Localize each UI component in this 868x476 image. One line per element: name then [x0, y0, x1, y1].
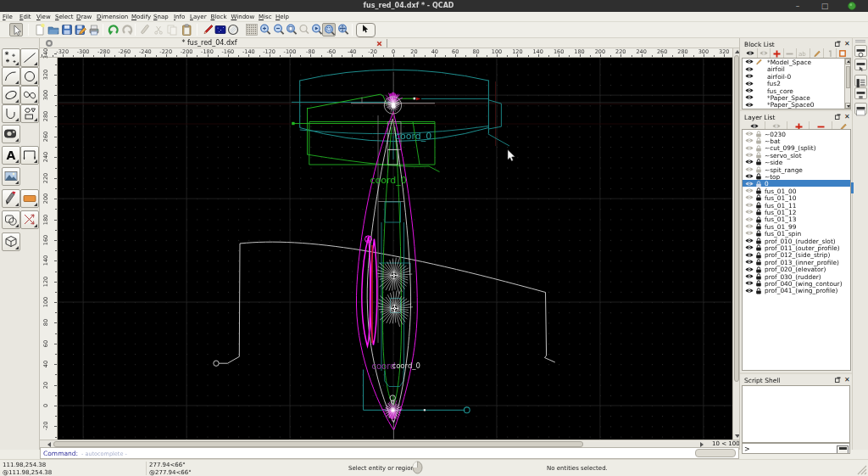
- script-shell-float-icon[interactable]: [835, 377, 841, 383]
- layer-visible-icon[interactable]: [745, 181, 754, 187]
- block-row[interactable]: fus_core: [743, 87, 850, 93]
- point-tools-button[interactable]: [2, 48, 20, 67]
- block-visible-icon[interactable]: [745, 59, 754, 64]
- block-row[interactable]: *Paper_Space0: [743, 101, 850, 108]
- selection-filter-toggle-button[interactable]: [854, 59, 867, 70]
- resize-grip[interactable]: [855, 463, 867, 475]
- layer-visible-icon[interactable]: [745, 259, 754, 265]
- layer-visible-icon[interactable]: [745, 244, 754, 250]
- line-tools-button[interactable]: [20, 48, 39, 67]
- save-button[interactable]: [60, 23, 74, 36]
- layer-row[interactable]: fus_01_99: [743, 222, 850, 229]
- circle-tools-button[interactable]: [20, 67, 39, 86]
- vertical-scrollbar[interactable]: [732, 48, 739, 440]
- zoom-pan-button[interactable]: [337, 23, 350, 36]
- script-shell-close-icon[interactable]: ✕: [844, 376, 850, 384]
- layer-row[interactable]: ~side: [743, 159, 850, 165]
- menu-select[interactable]: Select: [55, 14, 74, 20]
- dimension-tools-button[interactable]: [20, 146, 39, 165]
- tab-close-icon[interactable]: [376, 40, 383, 48]
- layer-visible-icon[interactable]: [745, 145, 754, 151]
- command-line[interactable]: Command: - autocomplete -: [40, 447, 739, 459]
- layer-visible-icon[interactable]: [745, 223, 754, 229]
- layer-row[interactable]: ~0230: [743, 130, 850, 137]
- layer-row[interactable]: fus_01_11: [743, 201, 850, 208]
- layer-visible-icon[interactable]: [745, 166, 754, 172]
- layer-row[interactable]: ~servo_slot: [743, 151, 850, 158]
- layer-row[interactable]: prof_030_(rudder): [743, 272, 850, 279]
- viewport-tools-button[interactable]: [2, 125, 20, 143]
- spline-tools-button[interactable]: [20, 86, 39, 104]
- layer-row[interactable]: ~bat: [743, 137, 850, 143]
- save-as-button[interactable]: [74, 23, 87, 36]
- command-line-options-button[interactable]: [695, 449, 736, 457]
- property-editor-toggle-button[interactable]: [854, 45, 867, 57]
- menu-snap[interactable]: Snap: [153, 14, 169, 20]
- layer-row[interactable]: fus_01_spin: [743, 230, 850, 237]
- layer-row[interactable]: prof_010_(rudder_slot): [743, 237, 850, 244]
- undo-button[interactable]: [107, 23, 120, 36]
- block-row[interactable]: airfoil: [743, 65, 850, 72]
- layer-visible-icon[interactable]: [745, 266, 754, 272]
- block-row[interactable]: *Paper_Space: [743, 94, 850, 101]
- menu-draw[interactable]: Draw: [76, 14, 92, 20]
- block-row[interactable]: fus2: [743, 80, 850, 87]
- layer-row[interactable]: prof_020_(elevator): [743, 266, 850, 272]
- selection-pointer-button[interactable]: [9, 23, 23, 36]
- zoom-previous-button[interactable]: [298, 23, 311, 36]
- layer-visible-icon[interactable]: [745, 288, 754, 294]
- copy-button[interactable]: [165, 23, 179, 36]
- menu-block[interactable]: Block: [211, 14, 227, 20]
- block-scroll-thumb[interactable]: [846, 66, 850, 88]
- layer-visible-icon[interactable]: [745, 202, 754, 208]
- current-action-pointer-button[interactable]: [356, 23, 376, 37]
- polyline-tools-button[interactable]: [2, 104, 20, 123]
- zoom-in-button[interactable]: [259, 23, 272, 36]
- layer-row[interactable]: prof_013_(inner_profile): [743, 258, 850, 265]
- menu-layer[interactable]: Layer: [190, 14, 207, 20]
- pen-color-button[interactable]: [201, 23, 214, 36]
- cut-button[interactable]: [138, 23, 152, 36]
- layer-visible-icon[interactable]: [745, 252, 754, 258]
- scroll-up-button[interactable]: [845, 59, 850, 64]
- layer-row[interactable]: fus_01_12: [743, 208, 850, 215]
- layer-row[interactable]: prof_041_(wing_profile): [743, 287, 850, 294]
- paste-button[interactable]: [180, 23, 193, 36]
- text-tool-button[interactable]: A: [2, 146, 20, 165]
- layer-row[interactable]: prof_012_(side_strip): [743, 251, 850, 258]
- menu-dimension[interactable]: Dimension: [97, 14, 128, 20]
- layer-row[interactable]: prof_040_(wing_contour): [743, 280, 850, 287]
- minimize-icon[interactable]: –: [793, 2, 803, 10]
- layer-visible-icon[interactable]: [745, 131, 754, 137]
- dock-handle[interactable]: [855, 40, 865, 42]
- layer-row[interactable]: fus_01_13: [743, 216, 850, 222]
- script-shell-window-button[interactable]: [837, 445, 849, 454]
- layer-visible-icon[interactable]: [745, 280, 754, 286]
- layer-visible-icon[interactable]: [745, 194, 754, 200]
- block-visible-icon[interactable]: [745, 81, 754, 87]
- layer-visible-icon[interactable]: [745, 188, 754, 193]
- zoom-auto-button[interactable]: [285, 23, 298, 36]
- block-visible-icon[interactable]: [745, 87, 754, 93]
- layer-visible-icon[interactable]: [745, 209, 754, 215]
- script-shell-input[interactable]: >: [742, 443, 850, 454]
- block-list-close-icon[interactable]: ✕: [844, 40, 850, 48]
- horizontal-scroll-thumb[interactable]: [53, 441, 583, 447]
- block-visible-icon[interactable]: [745, 73, 754, 79]
- block-visible-icon[interactable]: [745, 94, 754, 100]
- menu-view[interactable]: View: [36, 14, 51, 20]
- library-browser-toggle-button[interactable]: [854, 75, 867, 87]
- scissors-button[interactable]: [152, 23, 165, 36]
- arc-tools-button[interactable]: [2, 67, 20, 86]
- layer-row[interactable]: ~spit_range: [743, 165, 850, 172]
- script-shell-toggle-button[interactable]: [854, 103, 867, 115]
- layer-row[interactable]: fus_01_00: [743, 187, 850, 193]
- layer-visible-icon[interactable]: [745, 137, 754, 143]
- menu-window[interactable]: Window: [231, 14, 255, 20]
- layer-row[interactable]: ~top: [743, 172, 850, 179]
- print-button[interactable]: [87, 23, 101, 36]
- layer-lock-icon[interactable]: [755, 288, 762, 294]
- ellipse-tools-button[interactable]: [2, 86, 20, 104]
- zoom-window-button[interactable]: [322, 23, 336, 36]
- layer-list-float-icon[interactable]: [835, 114, 841, 120]
